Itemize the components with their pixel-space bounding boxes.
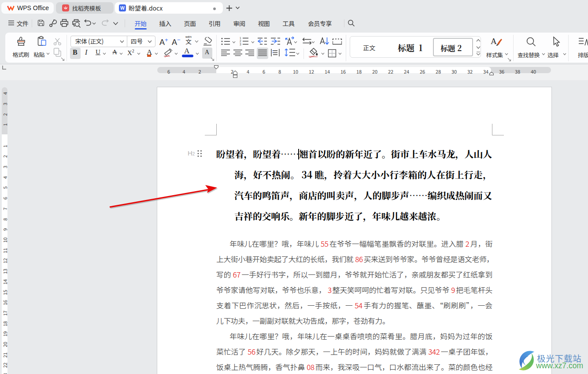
svg-text:2: 2	[240, 40, 241, 43]
svg-text:1: 1	[240, 37, 241, 40]
svg-text:3: 3	[240, 43, 241, 46]
svg-text:W: W	[120, 5, 125, 11]
